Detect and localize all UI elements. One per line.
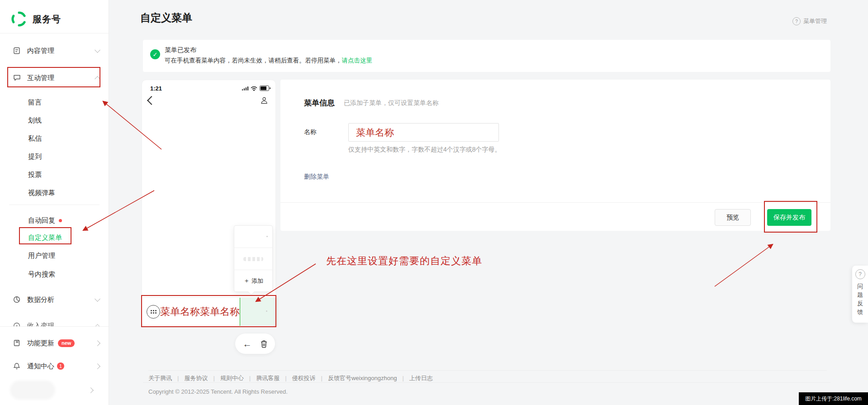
notice-title: 菜单已发布 [165, 46, 196, 54]
sidebar-item-mentions[interactable]: 提到 [0, 148, 109, 166]
divider [0, 33, 109, 33]
save-publish-button[interactable]: 保存并发布 [767, 209, 811, 226]
annotation-tip-text: 先在这里设置好需要的自定义菜单 [326, 254, 482, 268]
sidebar-item-account-search[interactable]: 号内搜索 [0, 265, 109, 283]
chevron-right-icon [95, 363, 100, 369]
delete-menu-link[interactable]: 删除菜单 [304, 173, 329, 181]
keyboard-icon[interactable] [147, 305, 160, 319]
divider [0, 326, 109, 327]
sidebar: 服务号 内容管理 互动管理 留言 划线 私信 提到 投票 视频弹幕 自动回复 [0, 0, 109, 405]
section-title: 菜单信息 [304, 98, 335, 108]
faded-mark: ⋯ [195, 313, 200, 318]
custom-menu-page: 服务号 内容管理 互动管理 留言 划线 私信 提到 投票 视频弹幕 自动回复 [0, 0, 868, 405]
sidebar-item-content-management[interactable]: 内容管理 [0, 42, 109, 60]
footer-link-about[interactable]: 关于腾讯 [148, 375, 172, 381]
menu-popup: ＋ 添加 [234, 225, 273, 292]
sidebar-item-custom-menu[interactable]: 自定义菜单 [0, 229, 109, 247]
sidebar-item-monetization-clipped[interactable]: ¥ 收入变现 [0, 317, 109, 326]
sidebar-item-video-danmu[interactable]: 视频弹幕 [0, 184, 109, 202]
publish-notice-card: ✓ 菜单已发布 可在手机查看菜单内容，若尚未生效，请稍后查看。若停用菜单，请点击… [143, 40, 830, 72]
brand: 服务号 [11, 11, 61, 27]
footer-link-support[interactable]: 腾讯客服 [256, 375, 280, 381]
book-icon [13, 339, 21, 347]
phone-time: 1:21 [150, 85, 162, 92]
phone-preview: 1:21 ＋ 添加 菜单名称 ⋯ 菜单名称 [142, 80, 276, 327]
page-title: 自定义菜单 [140, 11, 192, 25]
sidebar-item-user-management[interactable]: 用户管理 [0, 247, 109, 265]
chevron-right-icon [95, 340, 100, 346]
battery-icon [260, 86, 269, 91]
footer-link-rules[interactable]: 规则中心 [220, 375, 244, 381]
watermark: 图片上传于:281life.com [799, 392, 868, 405]
feedback-widget[interactable]: ? 问题反馈 [852, 266, 868, 323]
signal-icon [242, 86, 249, 91]
name-hint: 仅支持中英文和数字，字数不超过4个汉字或8个字母。 [348, 146, 501, 154]
trash-icon[interactable] [260, 340, 268, 348]
pie-chart-icon [13, 295, 21, 304]
person-icon[interactable] [260, 96, 268, 105]
chevron-down-icon [95, 47, 100, 53]
menu-slot-selected[interactable] [240, 298, 278, 326]
bell-icon [13, 362, 21, 370]
divider [280, 202, 830, 203]
back-chevron-icon[interactable] [147, 96, 156, 105]
copyright: Copyright © 2012-2025 Tencent. All Right… [148, 388, 288, 395]
back-arrow-icon[interactable]: ← [243, 339, 252, 348]
red-dot-badge [59, 219, 62, 222]
sidebar-item-auto-reply[interactable]: 自动回复 [0, 211, 109, 229]
notice-body: 可在手机查看菜单内容，若尚未生效，请稍后查看。若停用菜单，请点击这里 [165, 57, 372, 65]
sidebar-item-underline[interactable]: 划线 [0, 111, 109, 129]
footer-link-upload-log[interactable]: 上传日志 [409, 375, 433, 381]
wifi-icon [251, 86, 257, 91]
chat-bubble-icon [13, 74, 21, 82]
footer-link-terms[interactable]: 服务协议 [184, 375, 208, 381]
menu-slot-1[interactable]: 菜单名称 [160, 305, 200, 319]
censored-text [243, 257, 263, 261]
sidebar-item-data-analysis[interactable]: 数据分析 [0, 291, 109, 309]
section-hint: 已添加子菜单，仅可设置菜单名称 [344, 99, 439, 107]
feedback-label: 问题反馈 [857, 282, 863, 316]
menu-slot-2[interactable]: ⋯ 菜单名称 [200, 305, 240, 319]
menu-name-input[interactable] [348, 123, 499, 142]
divider [143, 382, 830, 383]
popup-cell-censored[interactable] [234, 248, 272, 270]
footer-links: 关于腾讯|服务协议|规则中心|腾讯客服|侵权投诉|反馈官号weixingongz… [148, 370, 827, 382]
phone-status-icons [242, 86, 270, 91]
chevron-right-icon[interactable] [88, 387, 94, 393]
disable-menu-link[interactable]: 请点击这里 [342, 57, 373, 64]
chevron-up-icon [95, 76, 100, 82]
popup-add-button[interactable]: ＋ 添加 [234, 270, 272, 292]
faded-mark [266, 236, 268, 237]
sidebar-item-comments[interactable]: 留言 [0, 93, 109, 111]
phone-toolbar: ← [235, 334, 275, 354]
sidebar-item-votes[interactable]: 投票 [0, 166, 109, 184]
wechat-logo-icon [11, 11, 27, 27]
footer-link-infringement[interactable]: 侵权投诉 [292, 375, 316, 381]
sidebar-item-notification-center[interactable]: 通知中心 1 [0, 357, 109, 375]
menu-info-card: 菜单信息 已添加子菜单，仅可设置菜单名称 名称 仅支持中英文和数字，字数不超过4… [280, 80, 830, 231]
new-badge: new [58, 339, 75, 347]
account-name-censored [12, 382, 53, 398]
footer-link-feedback-account[interactable]: 反馈官号weixingongzhong [328, 375, 397, 381]
yen-circle-icon: ¥ [13, 322, 21, 326]
name-label: 名称 [304, 128, 317, 136]
notification-count-badge: 1 [57, 362, 64, 370]
question-icon: ? [792, 17, 801, 25]
divider [9, 205, 100, 205]
brand-name: 服务号 [33, 13, 61, 25]
sidebar-item-private-message[interactable]: 私信 [0, 129, 109, 148]
phone-menu-bar: 菜单名称 ⋯ 菜单名称 [143, 297, 275, 326]
chevron-down-icon [95, 296, 100, 302]
document-icon [13, 47, 21, 55]
check-circle-icon: ✓ [150, 49, 160, 59]
faded-mark [266, 310, 267, 312]
plus-icon: ＋ [243, 277, 250, 285]
question-icon: ? [855, 269, 865, 279]
sidebar-item-feature-updates[interactable]: 功能更新 new [0, 334, 109, 352]
menu-management-help[interactable]: ? 菜单管理 [792, 17, 827, 25]
sidebar-item-interaction-management[interactable]: 互动管理 [0, 69, 109, 87]
preview-button[interactable]: 预览 [715, 209, 751, 226]
popup-cell-empty[interactable] [234, 226, 272, 248]
